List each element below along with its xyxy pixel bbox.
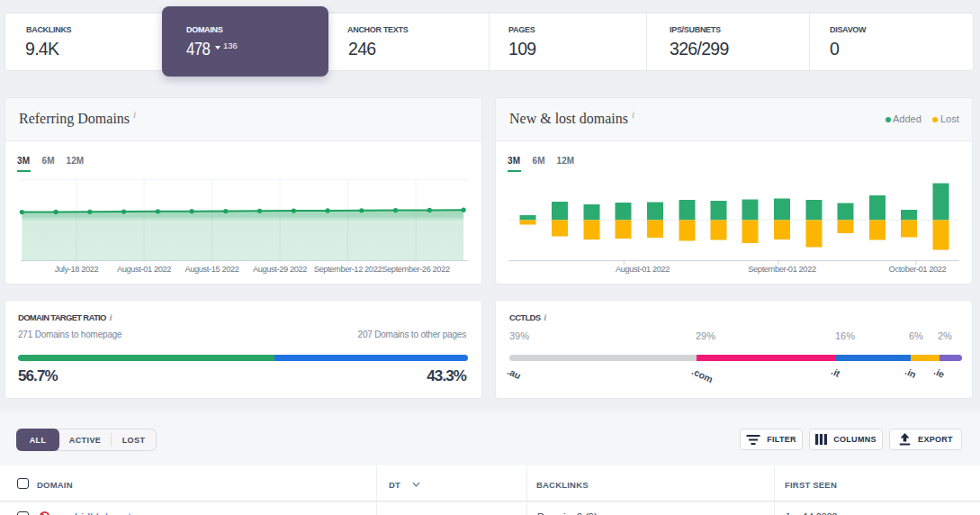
svg-text:August-29 2022: August-29 2022 xyxy=(253,265,307,274)
svg-text:September-12 2022: September-12 2022 xyxy=(314,265,382,274)
svg-text:August-15 2022: August-15 2022 xyxy=(184,265,238,274)
svg-text:July-18 2022: July-18 2022 xyxy=(55,265,99,274)
svg-text:September-01 2022: September-01 2022 xyxy=(748,265,816,274)
svg-text:September-26 2022: September-26 2022 xyxy=(382,265,450,274)
svg-text:August-01 2022: August-01 2022 xyxy=(117,265,171,274)
svg-text:August-01 2022: August-01 2022 xyxy=(616,265,670,274)
svg-text:October-01 2022: October-01 2022 xyxy=(889,265,947,274)
